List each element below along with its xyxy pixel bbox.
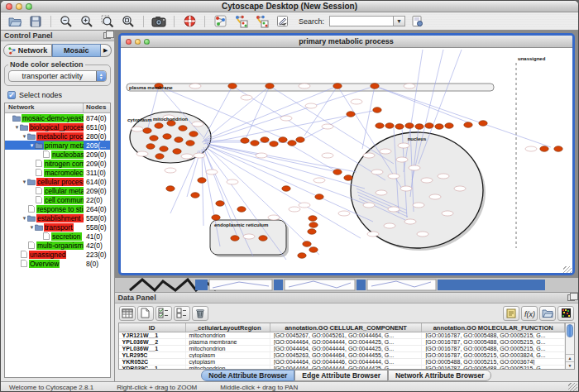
tree-row[interactable]: ▼metabolic process280(0) — [5, 131, 110, 141]
tree-row[interactable]: unassigned223(0) — [5, 250, 110, 259]
selected-node[interactable] — [302, 241, 310, 247]
node[interactable] — [241, 95, 252, 100]
selected-node[interactable] — [211, 215, 219, 221]
selected-node[interactable] — [395, 124, 403, 130]
tab-mosaic[interactable]: Mosaic — [52, 44, 101, 57]
node[interactable] — [189, 84, 201, 88]
selected-node[interactable] — [404, 123, 413, 129]
network-canvas[interactable]: plasma membrane cytoplasm mitochondrion … — [121, 48, 572, 275]
tree-row[interactable]: nucleobase-209(0) — [5, 150, 110, 159]
table-row[interactable]: YKR052Ccytoplasm[GO:0044464, GO:0044446,… — [119, 359, 565, 366]
node[interactable] — [165, 168, 176, 173]
import-attributes-icon[interactable] — [539, 306, 556, 321]
float-panel-icon[interactable] — [103, 32, 111, 39]
attribute-matrix-icon[interactable] — [557, 306, 574, 321]
column-header[interactable]: annotation.GO CELLULAR_COMPONENT — [270, 323, 422, 332]
selected-node[interactable] — [230, 236, 238, 241]
column-header[interactable]: ID — [119, 323, 186, 332]
create-attribute-icon[interactable] — [137, 306, 154, 321]
selected-node[interactable] — [414, 124, 423, 130]
tree-column-network[interactable]: Network — [5, 103, 84, 112]
node[interactable] — [181, 154, 193, 159]
selected-node[interactable] — [424, 123, 433, 129]
tree-row[interactable]: multi-organism pro42(0) — [5, 241, 110, 250]
node[interactable] — [299, 84, 310, 88]
selected-node[interactable] — [146, 144, 154, 150]
attribute-table-icon[interactable] — [119, 306, 136, 321]
expand-toggle-icon[interactable]: ▼ — [22, 216, 27, 221]
tab-network[interactable]: Network — [3, 44, 52, 57]
tree-row[interactable]: secretion41(0) — [5, 232, 110, 241]
selected-node[interactable] — [155, 154, 163, 160]
selected-node[interactable] — [346, 112, 354, 117]
tree-row[interactable]: ▼transport558(0) — [5, 222, 110, 232]
node[interactable] — [313, 178, 325, 183]
node[interactable] — [136, 151, 148, 156]
node[interactable] — [338, 211, 350, 216]
selected-node[interactable] — [444, 123, 452, 129]
configure-search-icon[interactable] — [408, 14, 426, 29]
node[interactable] — [192, 122, 203, 127]
expand-toggle-icon[interactable]: ▼ — [22, 134, 27, 139]
node[interactable] — [454, 186, 466, 191]
selected-node[interactable] — [343, 175, 352, 181]
selected-node[interactable] — [237, 207, 245, 213]
selected-node[interactable] — [295, 137, 304, 143]
node[interactable] — [398, 143, 409, 148]
zoom-in-icon[interactable] — [78, 14, 96, 29]
selected-node[interactable] — [178, 126, 186, 131]
tab-node-attribute-browser[interactable]: Node Attribute Browser — [201, 370, 294, 381]
zoom-fit-icon[interactable] — [119, 14, 137, 29]
node[interactable] — [305, 103, 317, 108]
window-fragment[interactable] — [356, 280, 366, 290]
search-dropdown-icon[interactable]: ▼ — [394, 16, 405, 26]
node[interactable] — [417, 232, 428, 237]
selected-node[interactable] — [197, 178, 205, 184]
table-row[interactable]: YJR121W__1mitochondrion[GO:0045267, GO:0… — [119, 332, 565, 339]
node[interactable] — [371, 170, 383, 174]
window-fragment[interactable] — [438, 280, 545, 290]
table-scrollbar[interactable]: ▲ ▼ — [565, 323, 574, 369]
tree-row[interactable]: mosaic-demo-yeast874(0) — [5, 113, 110, 122]
tab-network-attribute-browser[interactable]: Network Attribute Browser — [388, 370, 491, 381]
selected-node[interactable] — [333, 170, 341, 175]
column-header[interactable]: annotation.GO MOLECULAR_FUNCTION — [422, 323, 565, 332]
tree-row[interactable]: cell communicat22(0) — [5, 195, 110, 204]
selected-node[interactable] — [385, 123, 393, 129]
selected-node[interactable] — [215, 201, 223, 207]
selected-node[interactable] — [162, 134, 170, 140]
selected-node[interactable] — [434, 124, 443, 130]
selected-node[interactable] — [539, 146, 548, 152]
tree-row[interactable]: Overview8(0) — [5, 259, 110, 268]
selected-node[interactable] — [375, 123, 383, 129]
attribute-notes-icon[interactable] — [503, 306, 519, 321]
node[interactable] — [421, 178, 433, 183]
node[interactable] — [525, 146, 537, 151]
save-icon[interactable] — [26, 14, 45, 29]
node[interactable] — [384, 223, 395, 228]
node[interactable] — [404, 84, 415, 88]
node[interactable] — [280, 116, 292, 121]
select-all-attributes-icon[interactable] — [156, 306, 172, 321]
selected-node[interactable] — [172, 149, 180, 155]
node[interactable] — [363, 153, 375, 158]
scroll-up-icon[interactable]: ▲ — [566, 354, 574, 361]
tree-row[interactable]: nitrogen compo209(0) — [5, 159, 110, 168]
search-input[interactable] — [329, 16, 394, 26]
formula-builder-icon[interactable]: f(x) — [521, 306, 538, 321]
node[interactable] — [206, 170, 218, 174]
node[interactable] — [256, 153, 267, 158]
node[interactable] — [363, 203, 375, 208]
window-fragment[interactable] — [195, 280, 208, 290]
node[interactable] — [413, 203, 424, 208]
selected-node[interactable] — [142, 128, 151, 134]
zoom-selected-icon[interactable] — [98, 14, 117, 29]
open-icon[interactable] — [6, 14, 24, 29]
node-color-select[interactable]: transporter activity ▲▼ — [8, 70, 107, 82]
node[interactable] — [367, 232, 379, 237]
table-row[interactable]: YLR295Ccytoplasm[GO:0045263, GO:0044464,… — [119, 352, 565, 359]
unselect-all-attributes-icon[interactable] — [174, 306, 190, 321]
selected-node[interactable] — [314, 194, 323, 200]
app-resize-grip[interactable] — [568, 383, 577, 392]
vizmapper-icon[interactable] — [211, 14, 229, 29]
